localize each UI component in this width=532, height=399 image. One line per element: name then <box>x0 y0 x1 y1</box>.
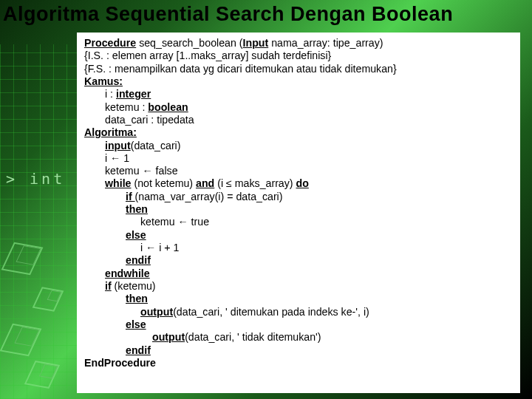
kw-then2: then <box>126 293 148 304</box>
kw-if: if <box>126 191 135 202</box>
kw-else2: else <box>126 318 146 330</box>
kw-input: Input <box>243 37 269 49</box>
kw-output2: output <box>152 331 185 343</box>
kw-kamus: Kamus: <box>84 75 123 87</box>
kw-input-call: input <box>105 140 131 151</box>
kw-endif: endif <box>126 254 151 266</box>
kw-else: else <box>126 229 146 241</box>
kw-output: output <box>140 306 173 318</box>
decorative-cubes <box>0 0 74 399</box>
kw-boolean: boolean <box>148 101 188 113</box>
background-code-prompt: > int <box>6 170 65 188</box>
kw-endif2: endif <box>126 344 151 356</box>
kw-algoritma: Algoritma: <box>84 126 137 138</box>
kw-then: then <box>126 203 148 215</box>
kw-integer: integer <box>116 88 151 100</box>
kw-procedure: Procedure <box>84 37 136 49</box>
kw-while: while <box>105 177 131 189</box>
kw-endwhile: endwhile <box>105 267 150 279</box>
kw-endprocedure: EndProcedure <box>84 357 156 369</box>
kw-if2: if <box>105 280 112 292</box>
kw-and: and <box>196 177 214 189</box>
comment-is: {I.S. : elemen array [1..maks_array] sud… <box>84 50 513 62</box>
comment-fs: {F.S. : menampilkan data yg dicari ditem… <box>84 63 513 75</box>
kw-do: do <box>296 177 309 189</box>
slide-title: Algoritma Sequential Search Dengan Boole… <box>3 3 453 26</box>
code-content: Procedure seq_search_boolean (Input nama… <box>77 33 520 393</box>
